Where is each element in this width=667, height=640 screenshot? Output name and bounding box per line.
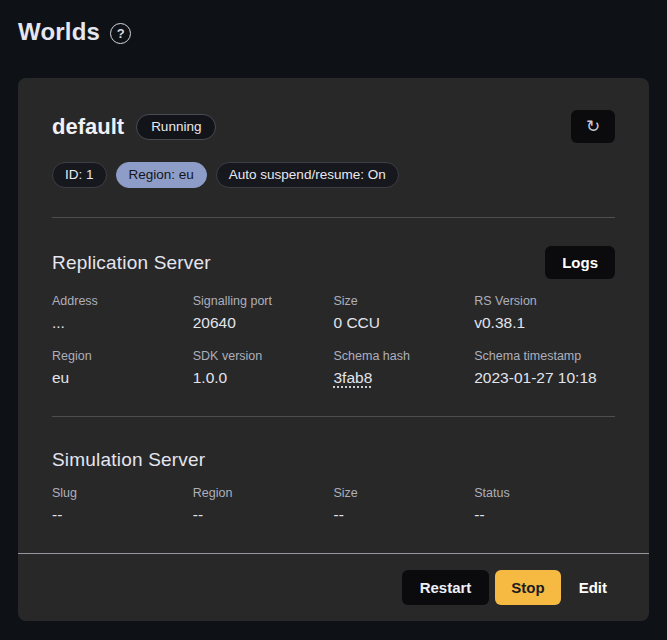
field-region: Region eu [52,349,193,387]
divider [52,416,615,417]
field-size: Size 0 CCU [334,294,475,332]
replication-server-header: Replication Server Logs [52,246,615,279]
field-value: 0 CCU [334,314,475,332]
schema-hash-value[interactable]: 3fab8 [334,369,373,387]
world-region-pill: Region: eu [116,162,207,188]
field-sim-status: Status -- [474,486,615,524]
field-label: Address [52,294,193,308]
edit-button[interactable]: Edit [567,570,619,605]
field-value: 1.0.0 [193,369,334,387]
divider [52,217,615,218]
field-label: RS Version [474,294,615,308]
auto-suspend-pill: Auto suspend/resume: On [216,162,399,188]
field-schema-hash: Schema hash 3fab8 [334,349,475,387]
world-title-row: default Running ↻ [52,110,615,143]
page-title: Worlds [18,18,100,46]
field-label: Schema timestamp [474,349,615,363]
world-card-body: default Running ↻ ID: 1 Region: eu Auto … [18,78,649,553]
world-card-footer: Restart Stop Edit [18,553,649,621]
field-value: ... [52,314,193,332]
field-label: Schema hash [334,349,475,363]
field-value: -- [334,506,475,524]
simulation-server-header: Simulation Server [52,449,615,471]
simulation-server-heading: Simulation Server [52,449,205,471]
field-address: Address ... [52,294,193,332]
field-value: -- [52,506,193,524]
world-meta-pills: ID: 1 Region: eu Auto suspend/resume: On [52,162,615,188]
field-value: 2023-01-27 10:18 [474,369,615,387]
field-value: 20640 [193,314,334,332]
field-sim-region: Region -- [193,486,334,524]
field-label: Status [474,486,615,500]
field-value: -- [193,506,334,524]
replication-server-heading: Replication Server [52,252,211,274]
field-label: Region [193,486,334,500]
field-label: Region [52,349,193,363]
stop-button[interactable]: Stop [495,570,560,605]
field-slug: Slug -- [52,486,193,524]
field-sim-size: Size -- [334,486,475,524]
field-sdk-version: SDK version 1.0.0 [193,349,334,387]
world-id-pill: ID: 1 [52,162,107,188]
field-value: eu [52,369,193,387]
field-value: -- [474,506,615,524]
world-name: default [52,114,124,140]
restart-button[interactable]: Restart [402,570,490,605]
field-label: SDK version [193,349,334,363]
simulation-server-fields: Slug -- Region -- Size -- Status -- [52,486,615,524]
field-signalling-port: Signalling port 20640 [193,294,334,332]
field-label: Signalling port [193,294,334,308]
logs-button[interactable]: Logs [545,246,615,279]
world-card: default Running ↻ ID: 1 Region: eu Auto … [18,78,649,621]
help-icon[interactable]: ? [110,23,131,44]
refresh-icon: ↻ [586,118,600,135]
status-badge: Running [136,114,216,140]
page-header: Worlds ? [0,0,667,52]
field-label: Size [334,486,475,500]
field-label: Slug [52,486,193,500]
refresh-button[interactable]: ↻ [571,110,615,143]
field-rs-version: RS Version v0.38.1 [474,294,615,332]
field-label: Size [334,294,475,308]
field-schema-timestamp: Schema timestamp 2023-01-27 10:18 [474,349,615,387]
replication-server-fields: Address ... Signalling port 20640 Size 0… [52,294,615,387]
field-value: v0.38.1 [474,314,615,332]
